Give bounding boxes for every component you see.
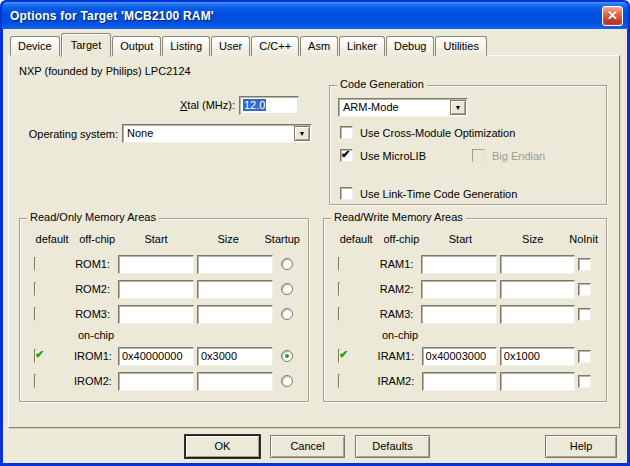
iram2-row: IRAM2:: [324, 371, 606, 391]
col-default-label: default: [30, 233, 74, 245]
tab-target[interactable]: Target: [61, 33, 112, 57]
rom-areas-title: Read/Only Memory Areas: [27, 211, 159, 223]
default-checkbox[interactable]: [34, 374, 36, 388]
size-input[interactable]: [502, 349, 574, 364]
xtal-label: Xtal (MHz):: [119, 99, 235, 111]
ram-onchip-label: on-chip: [382, 329, 418, 341]
start-input[interactable]: [424, 374, 496, 389]
default-checkbox[interactable]: [338, 349, 340, 363]
noinit-checkbox[interactable]: [578, 375, 591, 388]
os-select[interactable]: None ▼: [122, 124, 312, 143]
tab-user[interactable]: User: [211, 36, 250, 56]
startup-radio[interactable]: [281, 258, 293, 270]
window-title: Options for Target 'MCB2100 RAM': [2, 9, 214, 23]
defaults-button[interactable]: Defaults: [355, 435, 430, 458]
startup-radio[interactable]: [281, 308, 293, 320]
tab-output[interactable]: Output: [112, 36, 161, 56]
default-checkbox[interactable]: [338, 282, 340, 296]
size-input[interactable]: [199, 349, 271, 364]
default-checkbox[interactable]: [338, 257, 340, 271]
tab-listing[interactable]: Listing: [162, 36, 210, 56]
size-input[interactable]: [502, 374, 574, 389]
startup-radio[interactable]: [281, 375, 293, 387]
startup-radio[interactable]: [281, 283, 293, 295]
start-input[interactable]: [120, 257, 192, 272]
row-label: IRAM1:: [378, 350, 422, 362]
checkbox-label: Use Link-Time Code Generation: [360, 188, 517, 200]
irom2-row: IROM2:: [20, 371, 308, 391]
title-bar[interactable]: Options for Target 'MCB2100 RAM' ✕: [2, 2, 628, 29]
rom3-row: ROM3:: [20, 304, 308, 324]
default-checkbox[interactable]: [34, 282, 36, 296]
start-input[interactable]: [120, 349, 192, 364]
help-button[interactable]: Help: [545, 435, 617, 458]
noinit-checkbox[interactable]: [578, 308, 591, 321]
ram2-row: RAM2:: [324, 279, 606, 299]
tab-device[interactable]: Device: [10, 36, 60, 56]
size-input[interactable]: [502, 307, 574, 322]
tab-utilities[interactable]: Utilities: [435, 36, 486, 56]
size-input[interactable]: [199, 257, 271, 272]
default-checkbox[interactable]: [338, 374, 340, 388]
noinit-checkbox[interactable]: [578, 350, 591, 363]
checkbox-box: [340, 187, 353, 200]
ram-column-headers: default off-chip Start Size NoInit: [324, 233, 606, 245]
xtal-input[interactable]: 12.0: [239, 96, 299, 115]
checkbox-label: Use MicroLIB: [360, 150, 426, 162]
link-time-checkbox[interactable]: Use Link-Time Code Generation: [340, 187, 517, 200]
col-start-label: Start: [120, 233, 192, 245]
noinit-checkbox[interactable]: [578, 283, 591, 296]
default-checkbox[interactable]: [34, 307, 36, 321]
close-button[interactable]: ✕: [602, 6, 623, 26]
options-dialog: Options for Target 'MCB2100 RAM' ✕ Devic…: [0, 0, 630, 466]
cross-module-checkbox[interactable]: Use Cross-Module Optimization: [340, 126, 515, 139]
chevron-down-icon: ▼: [299, 130, 306, 137]
tab-asm[interactable]: Asm: [300, 36, 338, 56]
big-endian-checkbox: Big Endian: [472, 149, 545, 162]
arm-mode-dropdown-button[interactable]: ▼: [450, 100, 466, 115]
col-default-label: default: [334, 233, 378, 245]
row-label: ROM2:: [74, 283, 118, 295]
start-input[interactable]: [423, 307, 495, 322]
dialog-body: Device Target Output Listing User C/C++ …: [3, 29, 627, 463]
checkbox-label: Use Cross-Module Optimization: [360, 127, 515, 139]
noinit-checkbox[interactable]: [578, 258, 591, 271]
default-checkbox[interactable]: [34, 349, 36, 363]
ok-button[interactable]: OK: [185, 435, 260, 458]
checkbox-box: [340, 126, 353, 139]
start-input[interactable]: [120, 307, 192, 322]
default-checkbox[interactable]: [34, 257, 36, 271]
ram1-row: RAM1:: [324, 254, 606, 274]
col-offchip-label: off-chip: [378, 233, 424, 245]
close-icon: ✕: [607, 9, 618, 22]
chevron-down-icon: ▼: [455, 104, 462, 111]
rom2-row: ROM2:: [20, 279, 308, 299]
startup-radio[interactable]: [281, 350, 293, 362]
row-label: RAM3:: [378, 308, 422, 320]
start-input[interactable]: [423, 282, 495, 297]
rom1-row: ROM1:: [20, 254, 308, 274]
tab-debug[interactable]: Debug: [386, 36, 434, 56]
start-input[interactable]: [120, 282, 192, 297]
start-input[interactable]: [423, 257, 495, 272]
rom-areas-group: Read/Only Memory Areas default off-chip …: [19, 218, 309, 402]
cancel-button[interactable]: Cancel: [270, 435, 345, 458]
microlib-checkbox[interactable]: Use MicroLIB: [340, 149, 426, 162]
default-checkbox[interactable]: [338, 307, 340, 321]
size-input[interactable]: [199, 374, 271, 389]
checkbox-label: Big Endian: [492, 150, 545, 162]
arm-mode-select[interactable]: ARM-Mode ▼: [338, 98, 468, 117]
size-input[interactable]: [502, 282, 574, 297]
start-input[interactable]: [120, 374, 192, 389]
size-input[interactable]: [199, 307, 271, 322]
ram-areas-group: Read/Write Memory Areas default off-chip…: [323, 218, 607, 402]
row-label: RAM2:: [378, 283, 422, 295]
col-offchip-label: off-chip: [74, 233, 120, 245]
os-dropdown-button[interactable]: ▼: [294, 126, 310, 141]
tab-ccpp[interactable]: C/C++: [251, 36, 299, 56]
start-input[interactable]: [424, 349, 496, 364]
size-input[interactable]: [199, 282, 271, 297]
code-generation-title: Code Generation: [337, 78, 427, 90]
size-input[interactable]: [502, 257, 574, 272]
tab-linker[interactable]: Linker: [339, 36, 385, 56]
